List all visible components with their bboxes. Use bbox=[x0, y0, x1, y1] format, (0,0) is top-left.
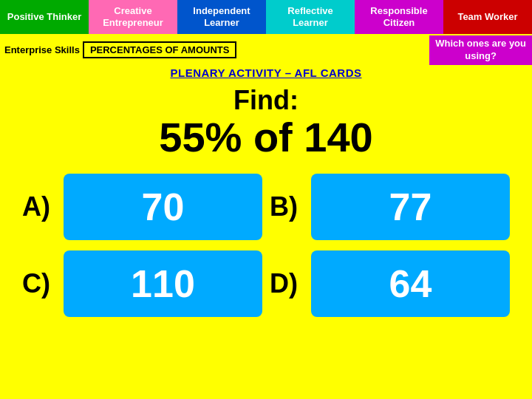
plenary-heading: PLENARY ACTIVITY – AFL CARDS bbox=[170, 66, 361, 79]
answer-letter-d: D) bbox=[270, 268, 304, 299]
percentages-label: PERCENTAGES OF AMOUNTS bbox=[83, 41, 237, 58]
answer-box-d[interactable]: 64 bbox=[311, 250, 510, 317]
answer-letter-b: B) bbox=[270, 191, 304, 222]
nav-independent-learner[interactable]: Independent Learner bbox=[177, 0, 266, 34]
which-ones-box: Which ones are you using? bbox=[429, 35, 532, 65]
answer-letter-c: C) bbox=[22, 268, 56, 299]
answer-box-c[interactable]: 110 bbox=[64, 250, 262, 317]
find-value: 55% of 140 bbox=[0, 115, 532, 160]
top-nav: Positive Thinker Creative Entrepreneur I… bbox=[0, 0, 532, 34]
nav-team-worker[interactable]: Team Worker bbox=[443, 0, 532, 34]
plenary-row: PLENARY ACTIVITY – AFL CARDS bbox=[0, 66, 532, 80]
enterprise-label: Enterprise Skills bbox=[0, 44, 80, 55]
answer-letter-a: A) bbox=[22, 191, 56, 222]
answer-grid: A) 70 B) 77 C) 110 D) 64 bbox=[0, 160, 532, 324]
nav-reflective-learner[interactable]: Reflective Learner bbox=[266, 0, 355, 34]
answer-box-b[interactable]: 77 bbox=[311, 174, 510, 240]
nav-responsible-citizen[interactable]: Responsible Citizen bbox=[355, 0, 443, 34]
nav-creative-entrepreneur[interactable]: Creative Entrepreneur bbox=[89, 0, 177, 34]
subtitle-row: Enterprise Skills PERCENTAGES OF AMOUNTS… bbox=[0, 34, 532, 65]
find-section: Find: 55% of 140 bbox=[0, 86, 532, 160]
answer-box-a[interactable]: 70 bbox=[64, 174, 262, 240]
nav-positive-thinker[interactable]: Positive Thinker bbox=[0, 0, 89, 34]
find-label: Find: bbox=[233, 85, 299, 115]
